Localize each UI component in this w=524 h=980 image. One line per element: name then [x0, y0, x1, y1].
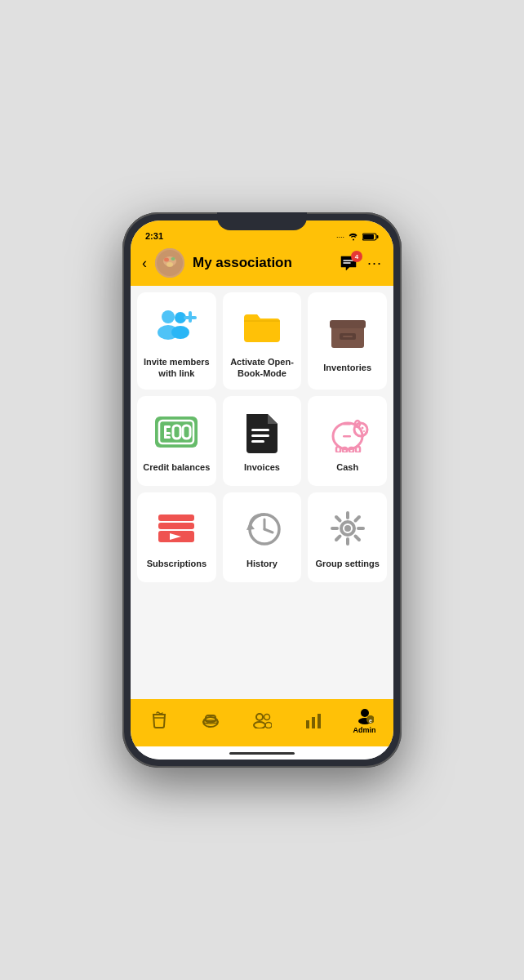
invite-icon	[153, 304, 199, 350]
subscriptions-label: Subscriptions	[147, 558, 206, 569]
svg-rect-22	[164, 425, 171, 428]
svg-point-6	[164, 258, 169, 262]
credit-balances-label: Credit balances	[143, 461, 210, 473]
chat-badge: 4	[351, 251, 362, 262]
wifi-icon	[348, 233, 359, 241]
svg-point-66	[265, 723, 272, 728]
svg-point-33	[361, 427, 363, 430]
header: ‹ My association	[131, 243, 393, 286]
svg-point-9	[162, 310, 175, 323]
svg-line-58	[336, 537, 340, 541]
svg-point-63	[256, 714, 263, 720]
svg-rect-23	[164, 432, 171, 434]
svg-rect-35	[343, 423, 351, 425]
grid-item-history[interactable]: History	[223, 492, 302, 582]
more-button[interactable]: ···	[367, 255, 382, 272]
admin-label: Admin	[353, 726, 376, 734]
home-bar	[229, 752, 295, 755]
phone-frame: 2:31 ···· ‹	[122, 212, 402, 768]
svg-rect-29	[251, 440, 264, 443]
svg-rect-41	[158, 514, 194, 521]
credit-icon	[153, 409, 199, 455]
svg-text:e: e	[369, 718, 372, 724]
home-indicator	[131, 746, 393, 760]
svg-point-50	[344, 525, 351, 532]
members-nav-icon	[252, 712, 272, 728]
nav-item-drinks[interactable]	[143, 711, 175, 729]
header-actions: 4 ···	[340, 255, 382, 272]
svg-point-8	[167, 262, 173, 267]
page-title: My association	[193, 255, 331, 271]
svg-rect-67	[306, 720, 309, 728]
svg-rect-36	[336, 447, 340, 452]
svg-line-47	[264, 529, 273, 532]
grid-item-cash[interactable]: Cash	[308, 396, 387, 486]
group-settings-label: Group settings	[316, 558, 380, 569]
notch	[217, 212, 307, 230]
menu-grid: Invite members with link Activate Open-B…	[137, 292, 387, 582]
grid-item-inventories[interactable]: Inventories	[308, 292, 387, 390]
nav-item-admin[interactable]: e Admin	[349, 706, 381, 734]
svg-point-34	[363, 430, 365, 432]
svg-rect-14	[184, 316, 197, 319]
svg-line-56	[355, 537, 359, 541]
main-content: Invite members with link Activate Open-B…	[131, 286, 393, 699]
svg-rect-69	[318, 714, 321, 728]
subscriptions-icon	[153, 506, 199, 551]
chat-button[interactable]: 4	[340, 255, 357, 271]
open-book-icon	[239, 304, 285, 350]
svg-point-65	[264, 715, 269, 720]
svg-rect-68	[312, 717, 315, 728]
cup-icon	[151, 711, 167, 729]
grid-item-group-settings[interactable]: Group settings	[308, 492, 387, 582]
stats-icon	[304, 712, 322, 728]
svg-line-57	[355, 517, 359, 521]
svg-point-12	[171, 326, 189, 339]
svg-rect-27	[251, 429, 269, 431]
svg-line-55	[336, 517, 340, 521]
grid-item-subscriptions[interactable]: Subscriptions	[137, 492, 216, 582]
inventories-label: Inventories	[323, 362, 371, 373]
svg-rect-40	[343, 435, 351, 438]
open-book-label: Activate Open-Book-Mode	[228, 356, 297, 380]
nav-item-members[interactable]	[246, 712, 278, 728]
inventories-icon	[325, 310, 371, 355]
svg-point-64	[254, 722, 265, 728]
settings-icon	[325, 506, 371, 551]
svg-rect-24	[164, 436, 171, 439]
battery-icon	[362, 233, 379, 241]
svg-point-7	[171, 257, 175, 261]
status-icons: ····	[336, 233, 379, 241]
svg-marker-48	[246, 523, 255, 530]
cash-label: Cash	[336, 461, 358, 473]
back-button[interactable]: ‹	[142, 255, 147, 272]
food-icon	[202, 712, 220, 728]
phone-screen: 2:31 ···· ‹	[131, 220, 393, 760]
history-label: History	[246, 558, 278, 569]
svg-rect-28	[251, 434, 269, 437]
nav-item-stats[interactable]	[297, 712, 330, 728]
invoices-icon	[239, 409, 285, 455]
svg-rect-39	[356, 447, 360, 452]
history-icon	[239, 506, 285, 551]
svg-point-70	[361, 709, 369, 717]
admin-icon: e	[356, 706, 374, 724]
status-time: 2:31	[145, 231, 163, 241]
signal-dots-icon: ····	[336, 233, 344, 241]
nav-item-food[interactable]	[194, 712, 227, 728]
invoices-label: Invoices	[244, 461, 280, 473]
avatar	[155, 248, 184, 278]
cash-icon	[325, 409, 371, 455]
bottom-nav: e Admin	[131, 699, 393, 746]
invite-members-label: Invite members with link	[142, 356, 211, 380]
grid-item-credit-balances[interactable]: Credit balances	[137, 396, 216, 486]
grid-item-open-book[interactable]: Activate Open-Book-Mode	[223, 292, 302, 390]
grid-item-invoices[interactable]: Invoices	[223, 396, 302, 486]
grid-item-invite-members[interactable]: Invite members with link	[137, 292, 216, 390]
svg-rect-16	[330, 320, 366, 328]
svg-rect-42	[158, 523, 194, 529]
svg-rect-1	[377, 235, 379, 238]
svg-rect-18	[343, 336, 353, 337]
svg-rect-2	[363, 234, 374, 239]
